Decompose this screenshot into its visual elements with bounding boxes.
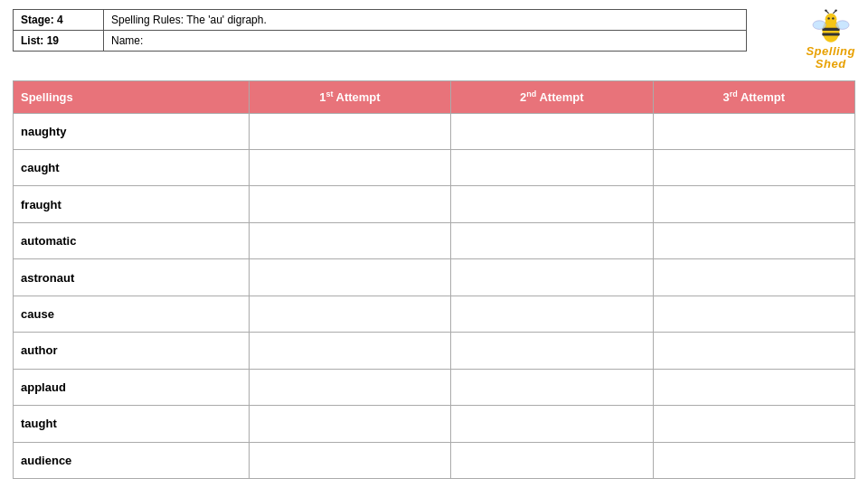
attempt-3-cell[interactable]	[653, 442, 854, 478]
svg-point-3	[825, 14, 836, 25]
attempt-1-cell[interactable]	[249, 186, 450, 222]
attempt3-sup: rd	[730, 89, 738, 99]
page-wrapper: Stage: 4 Spelling Rules: The 'au' digrap…	[0, 0, 868, 488]
svg-point-4	[827, 17, 829, 19]
svg-point-10	[813, 21, 826, 30]
attempt-2-cell[interactable]	[451, 296, 653, 332]
attempt-3-cell[interactable]	[653, 150, 854, 186]
svg-rect-1	[822, 28, 839, 31]
svg-point-5	[832, 17, 834, 19]
attempt3-prefix: 3	[723, 90, 730, 104]
attempt-1-cell[interactable]	[249, 406, 450, 442]
spellings-table: Spellings 1st Attempt 2nd Attempt 3rd At…	[13, 80, 855, 479]
svg-point-7	[825, 9, 826, 11]
attempt-2-cell[interactable]	[451, 113, 653, 149]
attempt-3-cell[interactable]	[653, 259, 854, 296]
col-header-attempt2: 2nd Attempt	[451, 80, 653, 113]
attempt-2-cell[interactable]	[451, 369, 653, 405]
col-header-spellings: Spellings	[14, 80, 250, 113]
attempt-3-cell[interactable]	[653, 333, 854, 369]
attempt-2-cell[interactable]	[451, 259, 653, 296]
attempt-1-cell[interactable]	[249, 222, 450, 258]
table-row: astronaut	[14, 259, 855, 296]
bee-icon	[808, 9, 854, 45]
attempt-3-cell[interactable]	[653, 369, 854, 405]
svg-point-11	[835, 21, 848, 30]
svg-rect-2	[822, 33, 839, 35]
attempt3-suffix: Attempt	[738, 90, 785, 104]
attempt-2-cell[interactable]	[451, 442, 653, 478]
attempt-3-cell[interactable]	[653, 296, 854, 332]
table-row: cause	[14, 296, 855, 332]
list-label: List: 19	[14, 31, 104, 51]
table-row: author	[14, 333, 855, 369]
attempt1-suffix: Attempt	[333, 90, 380, 104]
name-value: Name:	[104, 31, 746, 51]
logo-area: SpellingShed	[756, 9, 855, 71]
header-area: Stage: 4 Spelling Rules: The 'au' digrap…	[13, 9, 855, 71]
svg-point-9	[835, 9, 836, 11]
table-row: applaud	[14, 369, 855, 405]
attempt-1-cell[interactable]	[249, 150, 450, 186]
attempt-2-cell[interactable]	[451, 333, 653, 369]
table-row: audience	[14, 442, 855, 478]
spelling-word: applaud	[14, 369, 250, 405]
header-row-stage: Stage: 4 Spelling Rules: The 'au' digrap…	[14, 10, 746, 31]
logo-text: SpellingShed	[806, 45, 855, 71]
col-header-attempt3: 3rd Attempt	[653, 80, 854, 113]
table-row: taught	[14, 406, 855, 442]
col-header-attempt1: 1st Attempt	[249, 80, 450, 113]
attempt-3-cell[interactable]	[653, 222, 854, 258]
attempt-3-cell[interactable]	[653, 186, 854, 222]
table-row: automatic	[14, 222, 855, 258]
attempt-1-cell[interactable]	[249, 259, 450, 296]
table-row: naughty	[14, 113, 855, 149]
stage-label: Stage: 4	[14, 10, 104, 30]
table-row: caught	[14, 150, 855, 186]
attempt-1-cell[interactable]	[249, 296, 450, 332]
attempt-2-cell[interactable]	[451, 150, 653, 186]
header-row-list: List: 19 Name:	[14, 31, 746, 51]
attempt-1-cell[interactable]	[249, 333, 450, 369]
attempt-1-cell[interactable]	[249, 442, 450, 478]
table-header-row: Spellings 1st Attempt 2nd Attempt 3rd At…	[14, 80, 855, 113]
spelling-word: automatic	[14, 222, 250, 258]
attempt2-suffix: Attempt	[536, 90, 583, 104]
logo-container: SpellingShed	[806, 9, 855, 71]
attempt-3-cell[interactable]	[653, 113, 854, 149]
spelling-word: taught	[14, 406, 250, 442]
table-row: fraught	[14, 186, 855, 222]
spelling-word: author	[14, 333, 250, 369]
attempt-2-cell[interactable]	[451, 186, 653, 222]
spelling-word: naughty	[14, 113, 250, 149]
spelling-word: audience	[14, 442, 250, 478]
spelling-word: fraught	[14, 186, 250, 222]
attempt-1-cell[interactable]	[249, 369, 450, 405]
spelling-word: cause	[14, 296, 250, 332]
attempt-2-cell[interactable]	[451, 406, 653, 442]
spelling-word: astronaut	[14, 259, 250, 296]
attempt-1-cell[interactable]	[249, 113, 450, 149]
header-info: Stage: 4 Spelling Rules: The 'au' digrap…	[13, 9, 747, 52]
attempt-2-cell[interactable]	[451, 222, 653, 258]
attempt2-sup: nd	[526, 89, 536, 99]
attempt-3-cell[interactable]	[653, 406, 854, 442]
spelling-word: caught	[14, 150, 250, 186]
rules-value: Spelling Rules: The 'au' digraph.	[104, 10, 746, 30]
